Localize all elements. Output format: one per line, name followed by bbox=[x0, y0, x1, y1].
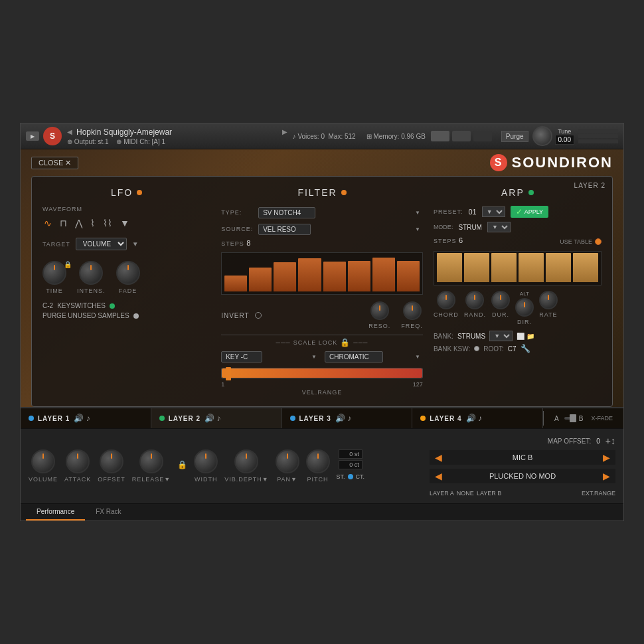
plucked-next[interactable]: ▶ bbox=[603, 471, 610, 481]
random-wave-btn[interactable]: ⌇⌇ bbox=[102, 216, 114, 230]
sine-wave-btn[interactable]: ∿ bbox=[42, 216, 53, 230]
use-table-led[interactable] bbox=[595, 238, 602, 245]
tune-section: Tune 0.00 bbox=[555, 128, 574, 145]
volume-knob[interactable] bbox=[31, 449, 55, 473]
add-icon[interactable]: +↕ bbox=[605, 436, 615, 446]
reso-label: RESO. bbox=[368, 323, 390, 329]
chromatic-select[interactable]: CHROMATIC bbox=[325, 351, 383, 362]
attack-knob-container: ATTACK bbox=[64, 449, 91, 483]
offset-knob-container: OFFSET bbox=[98, 449, 125, 483]
root-value: C7 bbox=[508, 345, 517, 353]
invert-label: INVERT bbox=[221, 312, 250, 319]
dir-knob[interactable] bbox=[515, 298, 534, 317]
arp-step-bar-0[interactable] bbox=[437, 253, 462, 282]
vel-range-bar bbox=[221, 368, 423, 378]
filter-step-bar-2[interactable] bbox=[274, 262, 296, 291]
xfade-slider[interactable] bbox=[564, 417, 574, 420]
key-select[interactable]: KEY -C bbox=[221, 351, 262, 362]
vib-depth-knob-container: VIB.DEPTH▼ bbox=[224, 449, 268, 483]
pan-knob[interactable] bbox=[276, 449, 299, 473]
attack-knob[interactable] bbox=[66, 449, 90, 473]
preset-select[interactable]: ▼ bbox=[482, 206, 505, 217]
source-select[interactable]: VEL RESO bbox=[258, 224, 311, 235]
dur-knob-container: DUR. bbox=[491, 291, 510, 318]
release-knob[interactable] bbox=[139, 449, 163, 473]
sawtooth-wave-btn[interactable]: ⌇ bbox=[89, 216, 96, 230]
rate-knob[interactable] bbox=[539, 291, 558, 309]
chord-knob[interactable] bbox=[437, 291, 455, 309]
time-label: TIME bbox=[46, 287, 63, 294]
arp-step-bar-4[interactable] bbox=[546, 253, 571, 282]
intens-knob[interactable] bbox=[79, 261, 103, 285]
target-select[interactable]: VOLUME bbox=[76, 238, 127, 250]
pitch-knob[interactable] bbox=[306, 449, 330, 473]
header-right: Purge Tune 0.00 bbox=[431, 126, 618, 146]
pan-label: PAN▼ bbox=[277, 476, 297, 483]
filter-section: FILTER TYPE: SV NOTCH4 SOURCE: bbox=[221, 187, 423, 396]
arp-step-bar-2[interactable] bbox=[491, 253, 517, 282]
preset-label: PRESET: bbox=[434, 208, 463, 215]
filter-step-bar-3[interactable] bbox=[298, 258, 321, 291]
purge-button[interactable]: Purge bbox=[501, 131, 528, 142]
scale-lock-bar: ─── SCALE LOCK 🔒 ─── bbox=[221, 335, 423, 347]
filter-header: FILTER bbox=[221, 187, 423, 198]
memory-info: ⊞ Memory: 0.96 GB bbox=[366, 133, 426, 140]
filter-step-bar-4[interactable] bbox=[323, 262, 346, 291]
mic-b-label: MIC B bbox=[446, 453, 599, 461]
width-knob-container: WIDTH bbox=[194, 449, 218, 483]
rand-knob[interactable] bbox=[465, 291, 484, 309]
freq-knob[interactable] bbox=[403, 301, 422, 320]
arp-knob-row: CHORD RAND. DUR. ALT bbox=[434, 291, 602, 325]
filter-step-bar-6[interactable] bbox=[372, 258, 395, 291]
offset-knob[interactable] bbox=[100, 449, 123, 473]
arp-step-bar-1[interactable] bbox=[464, 253, 489, 282]
plucked-prev[interactable]: ◀ bbox=[435, 471, 442, 481]
invert-btn[interactable] bbox=[255, 312, 262, 319]
midi-info: ⊕ MIDI Ch: [A] 1 bbox=[116, 138, 165, 145]
triangle-wave-btn[interactable]: ⋀ bbox=[74, 216, 84, 230]
vib-depth-knob[interactable] bbox=[234, 449, 258, 473]
waveform-row: ∿ ⊓ ⋀ ⌇ ⌇⌇ ▼ bbox=[42, 216, 210, 230]
mode-select[interactable]: ▼ bbox=[487, 222, 511, 232]
pan-knob-container: PAN▼ bbox=[276, 449, 299, 483]
arp-step-bar-3[interactable] bbox=[519, 253, 544, 282]
main-panel: LAYER 2 LFO WAVEFORM ∿ ⊓ ⋀ ⌇ ⌇⌇ bbox=[31, 176, 613, 407]
bank-select[interactable]: ▼ bbox=[489, 331, 513, 341]
use-table-label: USE TABLE bbox=[560, 238, 592, 245]
vel-range-thumb[interactable] bbox=[226, 367, 231, 380]
square-wave-btn[interactable]: ⊓ bbox=[58, 216, 68, 230]
filter-step-bar-0[interactable] bbox=[224, 276, 247, 291]
apply-button[interactable]: ✓ APPLY bbox=[511, 206, 548, 218]
reso-knob[interactable] bbox=[370, 301, 389, 320]
type-select-wrapper: SV NOTCH4 bbox=[258, 206, 423, 218]
filter-step-bar-1[interactable] bbox=[249, 268, 272, 291]
fx-rack-tab[interactable]: FX Rack bbox=[85, 504, 131, 521]
output-info: ⊕ Output: st.1 bbox=[67, 138, 108, 145]
more-wave-btn[interactable]: ▼ bbox=[119, 216, 131, 230]
dur-knob[interactable] bbox=[491, 291, 510, 309]
arp-step-bar-5[interactable] bbox=[573, 253, 598, 282]
performance-tab[interactable]: Performance bbox=[26, 504, 85, 521]
mic-b-row: ◀ MIC B ▶ bbox=[430, 450, 615, 465]
width-knob[interactable] bbox=[194, 449, 218, 473]
type-select[interactable]: SV NOTCH4 bbox=[258, 207, 315, 218]
pitch-label: PITCH bbox=[307, 476, 329, 483]
reso-knob-container: RESO. bbox=[368, 301, 390, 329]
pitch-knob-container: PITCH bbox=[306, 449, 330, 483]
bank-ksw-row: BANK KSW: ROOT: C7 🔧 bbox=[434, 344, 602, 353]
filter-step-bar-7[interactable] bbox=[397, 261, 420, 291]
st-led bbox=[348, 474, 353, 479]
mic-b-next[interactable]: ▶ bbox=[603, 452, 610, 463]
plugin-window: ▶ S ◀ Hopkin Squiggly-Amejewar ▶ ⊕ Outpu… bbox=[20, 123, 624, 521]
scale-lock-icon: 🔒 bbox=[340, 338, 351, 347]
attack-label: ATTACK bbox=[64, 476, 91, 483]
xfade-thumb[interactable] bbox=[570, 414, 576, 422]
time-knob[interactable] bbox=[42, 261, 66, 285]
mode-value: STRUM bbox=[458, 224, 482, 231]
bank-row: BANK: STRUMS ▼ ⬜ 📁 bbox=[434, 331, 602, 341]
mic-b-prev[interactable]: ◀ bbox=[435, 452, 442, 463]
close-button[interactable]: CLOSE ✕ bbox=[31, 157, 78, 169]
fade-knob[interactable] bbox=[116, 261, 140, 285]
release-label: RELEASE▼ bbox=[132, 476, 171, 483]
filter-step-bar-5[interactable] bbox=[348, 261, 370, 291]
